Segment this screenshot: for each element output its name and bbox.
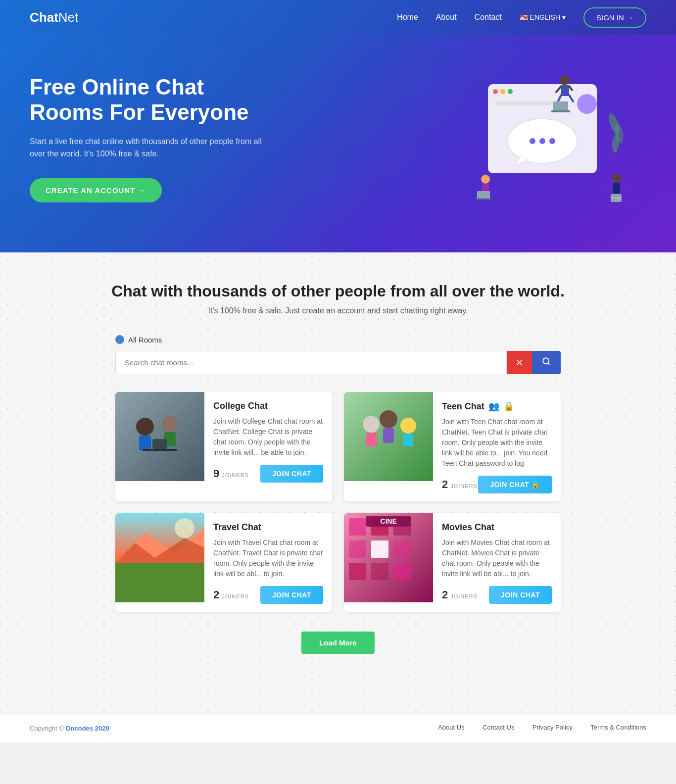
svg-rect-40 (152, 439, 167, 449)
room-title-movies: Movies Chat (442, 522, 552, 533)
create-account-button[interactable]: CREATE AN ACCOUNT → (30, 178, 162, 202)
svg-point-28 (612, 174, 621, 183)
room-desc-teen: Join with Teen Chat chat room at ChatNet… (442, 417, 552, 469)
room-card-movies: CINE Movies Chat Join with Movies Chat c… (344, 513, 561, 612)
card-footer-travel: 2 JOINERS JOIN CHAT (213, 586, 323, 605)
signin-button[interactable]: SIGN IN → (583, 7, 646, 28)
search-icon (542, 357, 551, 366)
room-image-movies: CINE (344, 513, 433, 602)
svg-point-36 (136, 418, 154, 436)
svg-point-54 (175, 518, 194, 538)
svg-point-44 (363, 416, 380, 433)
load-more-button[interactable]: Load More (301, 632, 375, 654)
search-clear-button[interactable]: ✕ (507, 351, 532, 374)
svg-point-48 (400, 418, 416, 434)
lock-icon: 🔒 (503, 401, 514, 412)
svg-rect-17 (561, 85, 569, 96)
svg-rect-4 (490, 97, 594, 98)
svg-point-12 (577, 94, 597, 114)
footer-copyright: Copyright © Oncodes 2020 (30, 725, 109, 732)
person-icon: 👥 (488, 401, 499, 412)
footer-privacy-policy[interactable]: Privacy Policy (532, 724, 573, 733)
svg-point-3 (508, 89, 513, 94)
joiner-count-teen: 2 JOINERS (442, 478, 478, 491)
svg-text:CINE: CINE (380, 517, 396, 525)
joiner-count-movies: 2 JOINERS (442, 588, 478, 601)
hero-illustration (438, 64, 646, 213)
room-card-college: College Chat Join with College Chat chat… (115, 392, 332, 501)
navbar: ChatNet Home About Contact 🇺🇸 ENGLISH ▾ … (0, 0, 676, 35)
room-desc-travel: Join with Travel Chat chat room at ChatN… (213, 538, 323, 579)
svg-point-7 (530, 138, 535, 144)
nav-home[interactable]: Home (397, 13, 418, 22)
svg-rect-51 (115, 563, 204, 602)
card-footer-college: 9 JOINERS JOIN CHAT (213, 465, 323, 484)
card-footer-movies: 2 JOINERS JOIN CHAT (442, 586, 552, 605)
room-card-teen: Teen Chat 👥 🔒 Join with Teen Chat chat r… (344, 392, 561, 501)
room-title-teen: Teen Chat 👥 🔒 (442, 401, 552, 412)
nav-contact[interactable]: Contact (475, 13, 502, 22)
join-button-movies[interactable]: JOIN CHAT (489, 586, 552, 604)
nav-language[interactable]: 🇺🇸 ENGLISH ▾ (520, 13, 566, 21)
svg-rect-29 (613, 183, 620, 194)
footer-terms[interactable]: Terms & Conditions (590, 724, 646, 733)
room-image-college (115, 392, 204, 481)
svg-rect-22 (553, 101, 568, 111)
footer: Copyright © Oncodes 2020 About Us · Cont… (0, 713, 676, 742)
svg-point-2 (500, 89, 505, 94)
svg-rect-56 (349, 518, 366, 536)
card-body-college: College Chat Join with College Chat chat… (204, 392, 332, 490)
room-desc-movies: Join with Movies Chat chat room at ChatN… (442, 538, 552, 579)
svg-rect-23 (551, 110, 570, 112)
svg-point-8 (539, 138, 545, 144)
footer-divider-1: · (473, 724, 475, 733)
card-body-travel: Travel Chat Join with Travel Chat chat r… (204, 513, 332, 612)
join-button-travel[interactable]: JOIN CHAT (260, 586, 323, 604)
rooms-filter: All Rooms (115, 335, 561, 344)
nav-links: Home About Contact 🇺🇸 ENGLISH ▾ SIGN IN … (397, 7, 646, 28)
card-footer-teen: 2 JOINERS JOIN CHAT 🔒 (442, 476, 552, 494)
join-button-teen[interactable]: JOIN CHAT 🔒 (478, 476, 552, 493)
footer-contact-us[interactable]: Contact Us (483, 724, 514, 733)
main-content: Chat with thousands of other people from… (0, 252, 676, 713)
svg-rect-49 (403, 434, 413, 446)
section-title: Chat with thousands of other people from… (30, 282, 646, 300)
svg-rect-63 (371, 563, 388, 580)
room-desc-college: Join with College Chat chat room at Chat… (213, 416, 323, 458)
footer-links: About Us · Contact Us · Privacy Policy ·… (438, 724, 646, 733)
card-top: College Chat Join with College Chat chat… (115, 392, 332, 490)
search-input[interactable] (115, 351, 507, 374)
hero-content: Free Online Chat Rooms For Everyone Star… (30, 75, 267, 202)
filter-dot-icon (115, 335, 124, 344)
load-more-section: Load More (30, 632, 646, 654)
footer-divider-2: · (522, 724, 524, 733)
hero-subtitle: Start a live free chat online with thous… (30, 135, 267, 160)
search-submit-button[interactable] (532, 351, 561, 374)
room-image-travel (115, 513, 204, 602)
room-title-travel: Travel Chat (213, 522, 323, 533)
svg-point-24 (481, 175, 490, 184)
card-body-movies: Movies Chat Join with Movies Chat chat r… (433, 513, 561, 612)
join-button-college[interactable]: JOIN CHAT (260, 465, 323, 483)
section-subtitle: It's 100% free & safe. Just create an ac… (30, 306, 646, 315)
svg-rect-35 (115, 392, 204, 481)
footer-about-us[interactable]: About Us (438, 724, 464, 733)
svg-rect-26 (477, 191, 490, 199)
card-top: CINE Movies Chat Join with Movies Chat c… (344, 513, 561, 612)
brand-logo[interactable]: ChatNet (30, 10, 78, 25)
card-top: Travel Chat Join with Travel Chat chat r… (115, 513, 332, 612)
joiner-count-travel: 2 JOINERS (213, 588, 249, 601)
room-title-college: College Chat (213, 401, 323, 411)
nav-about[interactable]: About (436, 13, 457, 22)
brand-name-bold: Chat (30, 10, 58, 25)
svg-rect-41 (143, 449, 177, 451)
svg-point-46 (380, 410, 397, 428)
svg-point-38 (162, 416, 178, 432)
svg-rect-61 (393, 540, 411, 558)
svg-point-9 (549, 138, 555, 144)
svg-point-1 (493, 89, 498, 94)
search-bar: ✕ (115, 351, 561, 374)
filter-label: All Rooms (128, 336, 162, 344)
room-card-travel: Travel Chat Join with Travel Chat chat r… (115, 513, 332, 612)
footer-brand-link[interactable]: Oncodes 2020 (65, 725, 109, 732)
